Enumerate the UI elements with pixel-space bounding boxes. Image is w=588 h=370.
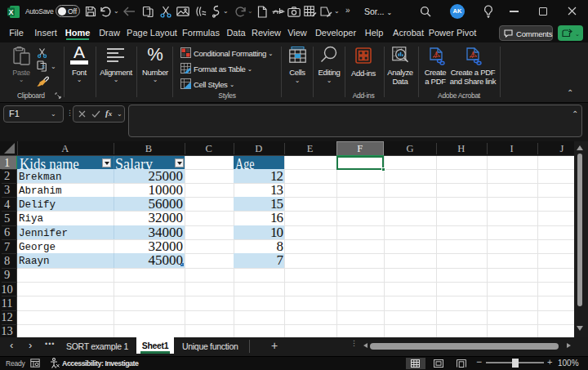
- svg-text:X: X: [8, 8, 13, 16]
